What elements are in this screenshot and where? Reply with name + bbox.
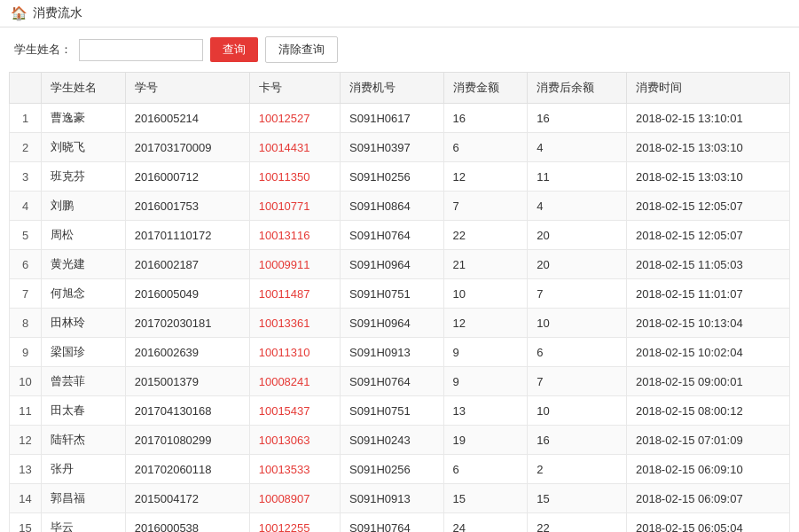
cell-amount: 9 (443, 338, 528, 367)
table-row: 10 曾芸菲 2015001379 10008241 S091H0764 9 7… (10, 367, 790, 396)
card-link[interactable]: 10008907 (259, 492, 310, 505)
cell-balance: 16 (528, 104, 627, 133)
card-link[interactable]: 10012255 (259, 521, 310, 533)
cell-balance: 10 (528, 396, 627, 426)
cell-index: 6 (10, 250, 42, 279)
cell-index: 15 (10, 513, 42, 533)
cell-name: 陆轩杰 (42, 426, 126, 455)
cell-name: 黄光建 (42, 250, 126, 279)
cell-time: 2018-02-15 13:03:10 (626, 133, 789, 162)
col-card-no: 卡号 (249, 73, 340, 104)
card-link[interactable]: 10012527 (259, 112, 310, 125)
table-row: 9 梁国珍 2016002639 10011310 S091H0913 9 6 … (10, 338, 790, 367)
cell-amount: 10 (443, 279, 528, 309)
cell-amount: 13 (443, 396, 528, 426)
cell-time: 2018-02-15 10:02:04 (626, 338, 789, 367)
cell-balance: 15 (528, 484, 627, 513)
cell-card-no: 10008907 (249, 484, 340, 513)
query-button[interactable]: 查询 (210, 37, 258, 62)
cell-card-no: 10011487 (249, 279, 340, 309)
cell-machine-no: S091H0256 (341, 455, 443, 484)
cell-machine-no: S091H0751 (341, 279, 443, 309)
cell-machine-no: S091H0913 (341, 484, 443, 513)
cell-amount: 9 (443, 367, 528, 396)
card-link[interactable]: 10008241 (259, 375, 310, 388)
cell-student-id: 2016002187 (125, 250, 249, 279)
toolbar: 学生姓名： 查询 清除查询 (0, 27, 799, 72)
col-index (10, 73, 42, 104)
table-row: 4 刘鹏 2016001753 10010771 S091H0864 7 4 2… (10, 192, 790, 221)
card-link[interactable]: 10015437 (259, 404, 310, 418)
cell-name: 张丹 (42, 455, 126, 484)
cell-name: 刘鹏 (42, 192, 126, 221)
cell-amount: 12 (443, 309, 528, 338)
cell-student-id: 2016001753 (125, 192, 249, 221)
cell-machine-no: S091H0864 (341, 192, 443, 221)
cell-name: 刘晓飞 (42, 133, 126, 162)
card-link[interactable]: 10010771 (259, 200, 310, 213)
search-input[interactable] (79, 39, 203, 61)
cell-machine-no: S091H0256 (341, 162, 443, 192)
table-row: 11 田太春 201704130168 10015437 S091H0751 1… (10, 396, 790, 426)
cell-amount: 15 (443, 484, 528, 513)
table-row: 13 张丹 201702060118 10013533 S091H0256 6 … (10, 455, 790, 484)
cell-amount: 22 (443, 221, 528, 250)
table-container: 学生姓名 学号 卡号 消费机号 消费金额 消费后余额 消费时间 1 曹逸豪 20… (0, 72, 799, 532)
card-link[interactable]: 10011310 (259, 346, 310, 359)
table-row: 6 黄光建 2016002187 10009911 S091H0964 21 2… (10, 250, 790, 279)
cell-balance: 4 (528, 192, 627, 221)
cell-index: 4 (10, 192, 42, 221)
cell-student-id: 201703170009 (125, 133, 249, 162)
card-link[interactable]: 10013116 (259, 229, 310, 242)
cell-time: 2018-02-15 10:13:04 (626, 309, 789, 338)
cell-card-no: 10012527 (249, 104, 340, 133)
cell-time: 2018-02-15 07:01:09 (626, 426, 789, 455)
cell-name: 曾芸菲 (42, 367, 126, 396)
cell-index: 5 (10, 221, 42, 250)
cell-student-id: 201702060118 (125, 455, 249, 484)
cell-time: 2018-02-15 11:01:07 (626, 279, 789, 309)
cell-time: 2018-02-15 08:00:12 (626, 396, 789, 426)
cell-machine-no: S091H0751 (341, 396, 443, 426)
cell-name: 郭昌福 (42, 484, 126, 513)
cell-name: 毕云 (42, 513, 126, 533)
card-link[interactable]: 10013533 (259, 463, 310, 476)
cell-time: 2018-02-15 09:00:01 (626, 367, 789, 396)
card-link[interactable]: 10011487 (259, 287, 310, 301)
cell-student-id: 2016002639 (125, 338, 249, 367)
cell-card-no: 10011310 (249, 338, 340, 367)
cell-balance: 10 (528, 309, 627, 338)
card-link[interactable]: 10009911 (259, 258, 310, 271)
col-student-id: 学号 (125, 73, 249, 104)
home-icon: 🏠 (11, 5, 27, 21)
col-amount: 消费金额 (443, 73, 528, 104)
table-row: 3 班克芬 2016000712 10011350 S091H0256 12 1… (10, 162, 790, 192)
cell-name: 田太春 (42, 396, 126, 426)
cell-machine-no: S091H0243 (341, 426, 443, 455)
card-link[interactable]: 10013361 (259, 317, 310, 330)
card-link[interactable]: 10011350 (259, 170, 310, 184)
cell-card-no: 10011350 (249, 162, 340, 192)
table-row: 8 田林玲 201702030181 10013361 S091H0964 12… (10, 309, 790, 338)
cell-time: 2018-02-15 12:05:07 (626, 192, 789, 221)
card-link[interactable]: 10014431 (259, 141, 310, 154)
cell-machine-no: S091H0964 (341, 309, 443, 338)
cell-time: 2018-02-15 13:03:10 (626, 162, 789, 192)
table-row: 15 毕云 2016000538 10012255 S091H0764 24 2… (10, 513, 790, 533)
cell-student-id: 2016005049 (125, 279, 249, 309)
search-label: 学生姓名： (14, 42, 72, 58)
cell-student-id: 201704130168 (125, 396, 249, 426)
cell-amount: 16 (443, 104, 528, 133)
clear-button[interactable]: 清除查询 (265, 36, 338, 63)
col-machine-no: 消费机号 (341, 73, 443, 104)
table-row: 5 周松 201701110172 10013116 S091H0764 22 … (10, 221, 790, 250)
cell-balance: 16 (528, 426, 627, 455)
cell-name: 梁国珍 (42, 338, 126, 367)
cell-student-id: 2016005214 (125, 104, 249, 133)
cell-amount: 6 (443, 133, 528, 162)
col-time: 消费时间 (626, 73, 789, 104)
col-balance: 消费后余额 (528, 73, 627, 104)
col-name: 学生姓名 (42, 73, 126, 104)
cell-balance: 7 (528, 279, 627, 309)
card-link[interactable]: 10013063 (259, 434, 310, 447)
